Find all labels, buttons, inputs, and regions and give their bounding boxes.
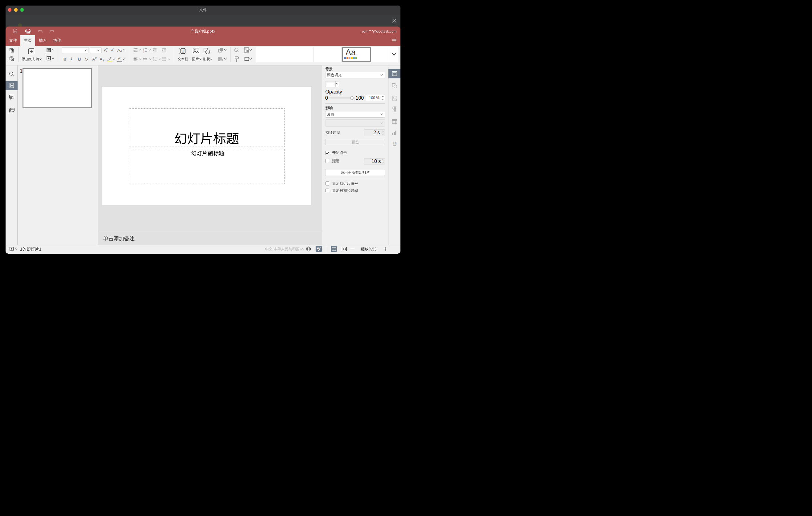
svg-text:a: a [120, 49, 122, 53]
svg-text:A: A [104, 48, 107, 53]
svg-text:a: a [394, 141, 397, 145]
svg-text:A: A [111, 49, 114, 53]
svg-text:ABC: ABC [317, 247, 321, 249]
svg-text:2: 2 [103, 59, 104, 62]
svg-text:T: T [182, 49, 184, 53]
svg-text:A: A [92, 57, 95, 61]
svg-text:3: 3 [143, 51, 144, 53]
svg-text:A: A [100, 56, 103, 61]
svg-text:2: 2 [95, 56, 97, 60]
svg-text:A: A [118, 56, 121, 61]
